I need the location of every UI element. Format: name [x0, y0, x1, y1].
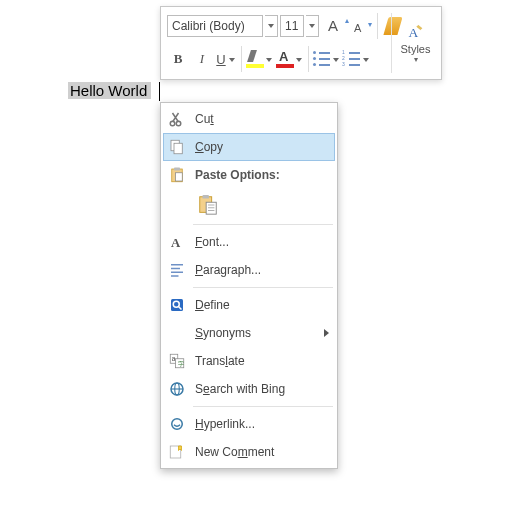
ctx-define-label: Define [195, 298, 329, 312]
ctx-paragraph-label: Paragraph... [195, 263, 329, 277]
numbering-button[interactable] [343, 47, 371, 71]
grow-font-icon [328, 16, 348, 36]
font-size-dropdown[interactable] [306, 15, 319, 37]
ctx-paragraph[interactable]: Paragraph... [163, 256, 335, 284]
ctx-paste-options-label: Paste Options: [195, 168, 329, 182]
ctx-font-label: Font... [195, 235, 329, 249]
grow-font-button[interactable] [327, 14, 349, 38]
svg-rect-9 [203, 195, 209, 199]
svg-point-2 [176, 121, 181, 126]
comment-icon [167, 442, 187, 462]
shrink-font-icon [352, 16, 372, 36]
ctx-translate[interactable]: a字 Translate [163, 347, 335, 375]
font-size-input[interactable] [280, 15, 304, 37]
ctx-cut-label: Cut [195, 112, 329, 126]
ctx-cut[interactable]: Cut [163, 105, 335, 133]
underline-button[interactable]: U [215, 47, 237, 71]
translate-icon: a字 [167, 351, 187, 371]
selected-text[interactable]: Hello World [68, 82, 151, 99]
separator [308, 46, 309, 72]
styles-icon: A [407, 23, 425, 41]
cut-icon [167, 109, 187, 129]
ctx-paste-options-heading: Paste Options: [163, 161, 335, 189]
styles-button[interactable]: A Styles ▾ [391, 13, 437, 73]
font-name-dropdown[interactable] [265, 15, 278, 37]
ctx-hyperlink-label: Hyperlink... [195, 417, 329, 431]
bullets-button[interactable] [313, 47, 341, 71]
svg-text:字: 字 [178, 360, 184, 367]
svg-point-29 [172, 419, 183, 430]
highlight-icon [246, 50, 264, 68]
ctx-copy-label: Copy [195, 140, 329, 154]
svg-rect-10 [206, 202, 216, 214]
paragraph-icon [167, 260, 187, 280]
synonyms-icon [167, 323, 187, 343]
svg-point-1 [170, 121, 175, 126]
italic-button[interactable]: I [191, 47, 213, 71]
separator [193, 406, 333, 407]
ctx-define[interactable]: Define [163, 291, 335, 319]
ctx-hyperlink[interactable]: Hyperlink... [163, 410, 335, 438]
ctx-synonyms[interactable]: Synonyms [163, 319, 335, 347]
ctx-synonyms-label: Synonyms [195, 326, 316, 340]
ctx-copy[interactable]: Copy [163, 133, 335, 161]
search-icon [167, 379, 187, 399]
define-icon [167, 295, 187, 315]
context-menu: Cut Copy Paste Options: A Font... [160, 102, 338, 469]
submenu-arrow-icon [324, 329, 329, 337]
separator [377, 13, 378, 39]
paste-options-row [163, 189, 335, 221]
paste-keep-source-button[interactable] [195, 192, 221, 218]
bold-button[interactable]: B [167, 47, 189, 71]
numbering-icon [343, 51, 361, 67]
bullets-icon [313, 51, 331, 67]
copy-icon [167, 137, 187, 157]
separator [193, 224, 333, 225]
text-caret [159, 82, 160, 101]
ctx-search-bing[interactable]: Search with Bing [163, 375, 335, 403]
separator [241, 46, 242, 72]
clipboard-icon [167, 165, 187, 185]
ctx-new-comment[interactable]: New Comment [163, 438, 335, 466]
svg-rect-7 [176, 173, 183, 181]
hyperlink-icon [167, 414, 187, 434]
ctx-font[interactable]: A Font... [163, 228, 335, 256]
font-color-icon [276, 50, 294, 68]
mini-toolbar: B I U A Styles ▾ [160, 6, 442, 80]
separator [193, 287, 333, 288]
shrink-font-button[interactable] [351, 14, 373, 38]
svg-text:A: A [171, 236, 181, 250]
ctx-translate-label: Translate [195, 354, 329, 368]
svg-rect-4 [174, 143, 182, 154]
svg-rect-6 [174, 168, 180, 171]
font-icon: A [167, 232, 187, 252]
highlight-button[interactable] [246, 47, 274, 71]
paste-keep-source-icon [197, 194, 219, 216]
font-color-button[interactable] [276, 47, 304, 71]
font-name-input[interactable] [167, 15, 263, 37]
ctx-new-comment-label: New Comment [195, 445, 329, 459]
styles-label: Styles [401, 43, 431, 55]
ctx-search-bing-label: Search with Bing [195, 382, 329, 396]
